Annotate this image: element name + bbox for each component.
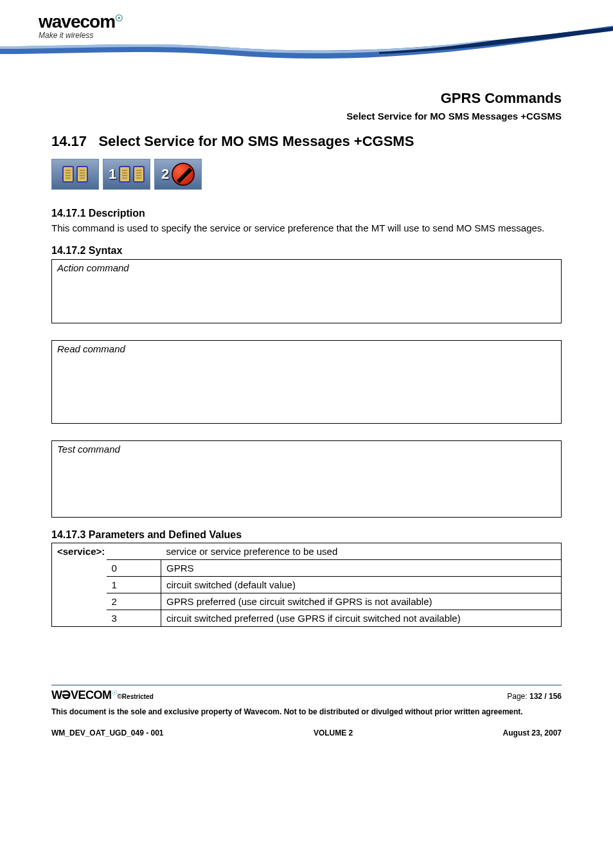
param-desc: circuit switched preferred (use GPRS if … xyxy=(161,610,562,627)
footer-spiral-icon: ☉ xyxy=(112,689,118,696)
table-row: 3 circuit switched preferred (use GPRS i… xyxy=(52,610,562,627)
footer-brand: WƏVECOM xyxy=(51,689,112,701)
section-heading: 14.17 Select Service for MO SMS Messages… xyxy=(51,133,562,150)
test-command-box: Test command xyxy=(51,440,562,518)
parameters-table: <service>: service or service preference… xyxy=(51,543,562,627)
param-desc: GPRS xyxy=(161,560,562,577)
section-number: 14.17 xyxy=(51,133,87,149)
test-command-label: Test command xyxy=(57,444,120,455)
footer-restricted: ©Restricted xyxy=(118,693,154,700)
read-command-box: Read command xyxy=(51,340,562,424)
brand-logo: wavecom☉ Make it wireless xyxy=(39,12,123,40)
page-number: 132 / 156 xyxy=(529,692,562,701)
table-header-row: <service>: service or service preference… xyxy=(52,543,562,560)
sim-icon xyxy=(62,166,74,183)
command-header: GPRS Commands Select Service for MO SMS … xyxy=(51,90,562,122)
command-category: GPRS Commands xyxy=(51,90,562,107)
footer-notice: This document is the sole and exclusive … xyxy=(51,707,562,717)
page-header: wavecom☉ Make it wireless xyxy=(0,0,613,84)
brand-tagline: Make it wireless xyxy=(39,31,123,40)
param-summary: service or service preference to be used xyxy=(161,543,562,560)
command-subtitle: Select Service for MO SMS Messages +CGSM… xyxy=(51,111,562,122)
param-desc: GPRS preferred (use circuit switched if … xyxy=(161,593,562,610)
param-name: <service>: xyxy=(52,543,161,560)
description-text: This command is used to specify the serv… xyxy=(51,222,562,235)
section-title: Select Service for MO SMS Messages +CGSM… xyxy=(98,133,414,149)
sim-badge-1: 1 xyxy=(103,159,150,190)
footer-top-row: WƏVECOM☉©Restricted Page: 132 / 156 xyxy=(51,688,562,702)
param-value: 2 xyxy=(107,593,161,610)
footer-divider xyxy=(51,685,562,685)
read-command-label: Read command xyxy=(57,343,125,354)
param-value: 0 xyxy=(107,560,161,577)
page-label: Page: xyxy=(507,692,529,701)
sim-icon xyxy=(119,166,130,183)
sim-badge-2-forbidden: 2 xyxy=(154,159,202,190)
sim-icon xyxy=(133,166,145,183)
footer-date: August 23, 2007 xyxy=(503,728,562,737)
table-row: 0 GPRS xyxy=(52,560,562,577)
action-command-box: Action command xyxy=(51,259,562,323)
sim-icon xyxy=(76,166,88,183)
syntax-heading: 14.17.2 Syntax xyxy=(51,245,562,257)
footer-doc-id: WM_DEV_OAT_UGD_049 - 001 xyxy=(51,728,164,737)
sim-pair-icon xyxy=(51,159,99,190)
table-spacer xyxy=(52,560,107,577)
table-spacer xyxy=(52,577,107,593)
brand-text: wavecom xyxy=(39,12,115,32)
table-spacer xyxy=(52,610,107,627)
table-spacer xyxy=(52,593,107,610)
param-value: 3 xyxy=(107,610,161,627)
footer-bottom-row: WM_DEV_OAT_UGD_049 - 001 VOLUME 2 August… xyxy=(51,728,562,737)
table-row: 2 GPRS preferred (use circuit switched i… xyxy=(52,593,562,610)
param-value: 1 xyxy=(107,577,161,593)
action-command-label: Action command xyxy=(57,262,129,273)
footer-page: Page: 132 / 156 xyxy=(507,692,562,701)
footer-volume: VOLUME 2 xyxy=(314,728,353,737)
footer-left: WƏVECOM☉©Restricted xyxy=(51,688,154,702)
badge-number: 2 xyxy=(161,166,169,183)
forbidden-icon xyxy=(172,163,195,186)
support-icon-row: 1 2 xyxy=(51,159,562,190)
parameters-heading: 14.17.3 Parameters and Defined Values xyxy=(51,529,562,541)
table-row: 1 circuit switched (default value) xyxy=(52,577,562,593)
description-heading: 14.17.1 Description xyxy=(51,208,562,219)
badge-number: 1 xyxy=(109,166,116,183)
param-desc: circuit switched (default value) xyxy=(161,577,562,593)
brand-spiral-icon: ☉ xyxy=(115,13,123,23)
